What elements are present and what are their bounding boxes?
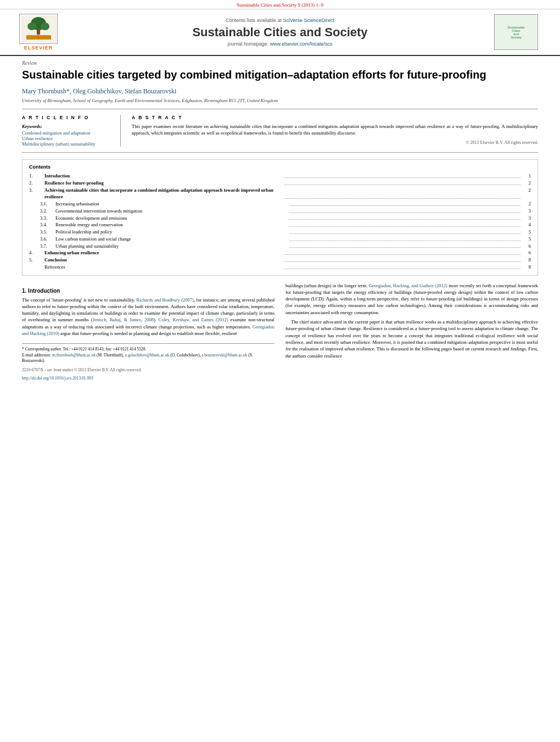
header-section: ELSEVIER Contents lists available at Sci… [0, 9, 560, 56]
right-para-2: The chief stance advocated in the curren… [285, 319, 538, 359]
ref-coley: Coley, Kershaw, and Eames (2012) [159, 317, 228, 322]
toc-page: 3 [523, 208, 531, 215]
toc-page: 8 [523, 264, 531, 271]
elsevier-logo-image [19, 14, 58, 44]
toc-page: 5 [523, 228, 531, 236]
toc-item: 5.Conclusion8 [29, 256, 531, 264]
footnote-area: * Corresponding author. Tel.: +44 0121 4… [22, 343, 275, 381]
toc-num: 3.4. [40, 221, 55, 228]
article-type-label: Review [22, 60, 538, 66]
journal-top-bar: Sustainable Cities and Society 9 (2013) … [0, 0, 560, 9]
column-right: buildings (urban design) in the longer t… [285, 282, 538, 381]
toc-dots [289, 247, 521, 248]
ref-georgiadou-hacking: Georgiadou and Hacking (2010) [22, 324, 275, 336]
toc-num: 3.6. [40, 236, 55, 243]
intro-heading: 1. Introduction [22, 288, 275, 294]
toc-dots [284, 177, 521, 178]
toc-num: 4. [29, 249, 44, 256]
toc-num: 2. [29, 180, 44, 187]
toc-page: 2 [523, 200, 531, 208]
toc-label: Renewable energy and conservation [55, 221, 287, 228]
toc-num: 3.7. [40, 243, 55, 250]
abstract-text: This paper examines recent literature on… [132, 124, 538, 137]
toc-item: 3.5.Political leadership and policy5 [29, 228, 531, 236]
abstract-heading: A B S T R A C T [132, 115, 538, 120]
toc-label: Urban planning and sustainability [55, 243, 287, 250]
page: Sustainable Cities and Society 9 (2013) … [0, 0, 560, 742]
footnote-corresponding: * Corresponding author. Tel.: +44 0121 4… [22, 347, 275, 353]
toc-label: Introduction [44, 172, 282, 180]
toc-dots [289, 241, 521, 241]
toc-label: Political leadership and policy [55, 228, 287, 236]
toc-item: 2.Resilience for future-proofing2 [29, 180, 531, 187]
email-bouzarovski[interactable]: s.bouzarovski@bham.ac.uk [201, 353, 247, 358]
email-golubchikov[interactable]: o.goluchikov@bham.ac.uk [125, 353, 170, 358]
toc-item: 3.1.Increasing urbanisation2 [29, 200, 531, 208]
toc-num: 3.2. [40, 208, 55, 215]
toc-label: Low carbon transition and social change [55, 236, 287, 243]
authors-text: Mary Thornbush*, Oleg Golubchikov, Stefa… [22, 87, 176, 95]
toc-page: 4 [523, 221, 531, 228]
journal-homepage: journal homepage: www.elsevier.com/locat… [66, 41, 494, 47]
contents-available-text: Contents lists available at SciVerse Sci… [66, 18, 494, 23]
toc-item: 4.Enhancing urban resilience6 [29, 249, 531, 256]
right-para-1: buildings (urban design) in the longer t… [285, 282, 538, 316]
svg-rect-2 [37, 29, 40, 35]
sciverse-link[interactable]: SciVerse ScienceDirect [283, 18, 335, 23]
elsevier-logo-area: ELSEVIER [16, 14, 66, 51]
toc-dots [289, 233, 521, 234]
ref-jentsch: Jentsch, Bahaj, & James, 2008 [93, 317, 154, 322]
toc-label: Resilience for future-proofing [44, 180, 282, 187]
abstract-section: A B S T R A C T This paper examines rece… [132, 115, 538, 147]
header-center: Contents lists available at SciVerse Sci… [66, 18, 494, 47]
toc-num: 3.5. [40, 228, 55, 236]
toc-page: 2 [523, 187, 531, 201]
journal-cover-image: SustainableCitiesandSociety [494, 14, 538, 50]
toc-dots [289, 226, 521, 227]
toc-item: 3.4.Renewable energy and conservation4 [29, 221, 531, 228]
toc-dots [284, 198, 521, 199]
elsevier-logo: ELSEVIER [16, 14, 60, 51]
toc-page: 6 [523, 243, 531, 250]
toc-dots [289, 219, 521, 220]
toc-list: 1.Introduction12.Resilience for future-p… [29, 172, 531, 271]
journal-title: Sustainable Cities and Society [66, 25, 494, 40]
toc-dots [284, 261, 521, 262]
toc-num: 3.1. [40, 200, 55, 208]
toc-num: 5. [29, 256, 44, 264]
toc-dots [284, 269, 521, 269]
toc-label: Enhancing urban resilience [44, 249, 282, 256]
toc-page: 8 [523, 256, 531, 264]
email-thornbush[interactable]: m.thornbush@bham.ac.uk [52, 353, 96, 358]
toc-page: 6 [523, 249, 531, 256]
toc-page: 2 [523, 180, 531, 187]
footnote-emails: E-mail addresses: m.thornbush@bham.ac.uk… [22, 353, 275, 364]
doi-link[interactable]: http://dx.doi.org/10.1016/j.scs.2013.01.… [22, 376, 93, 381]
toc-num: 3.3. [40, 215, 55, 222]
keyword-3: Multidisciplinary (urban) sustainability [22, 141, 112, 147]
toc-item: 3.6.Low carbon transition and social cha… [29, 236, 531, 243]
toc-page: 5 [523, 236, 531, 243]
toc-label: Increasing urbanisation [55, 200, 287, 208]
toc-dots [289, 205, 521, 206]
toc-page: 3 [523, 215, 531, 222]
article-meta: A R T I C L E I N F O Keywords: Combined… [22, 109, 538, 153]
intro-para-1: The concept of 'future-proofing' is not … [22, 297, 275, 337]
toc-label: Conclusion [44, 256, 282, 264]
toc-item: 1.Introduction1 [29, 172, 531, 180]
homepage-url[interactable]: www.elsevier.com/locate/scs [270, 41, 333, 47]
toc-item: 3.Achieving sustainable cities that inco… [29, 187, 531, 201]
toc-num: 1. [29, 172, 44, 180]
toc-dots [289, 213, 521, 213]
toc-item: 3.7.Urban planning and sustainability6 [29, 243, 531, 250]
intro-body: The concept of 'future-proofing' is not … [22, 297, 275, 337]
article-info: A R T I C L E I N F O Keywords: Combined… [22, 115, 121, 147]
toc-title: Contents [29, 164, 531, 170]
right-body: buildings (urban design) in the longer t… [285, 282, 538, 359]
issn-line: 2210-6707/$ – see front matter © 2013 El… [22, 367, 275, 372]
svg-point-3 [27, 23, 36, 30]
toc-num [29, 264, 44, 271]
toc-label: Economic development and emissions [55, 215, 287, 222]
elsevier-text: ELSEVIER [24, 45, 53, 51]
article-info-heading: A R T I C L E I N F O [22, 115, 112, 120]
